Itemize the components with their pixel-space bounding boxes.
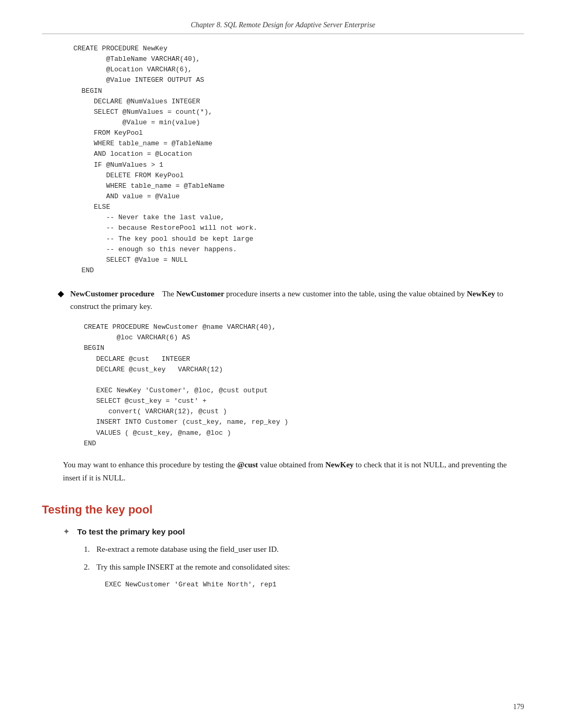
step-2: 2. Try this sample INSERT at the remote … [84, 561, 524, 573]
code-block-exec: EXEC NewCustomer 'Great White North', re… [105, 580, 524, 590]
bullet-1-bold-2: NewCustomer [176, 290, 224, 298]
section-heading-testing: Testing the key pool [42, 503, 524, 517]
page-number: 179 [513, 703, 524, 711]
subsection-diamond-icon: ✦ [63, 527, 70, 536]
step-1-text: Re-extract a remote database using the f… [96, 543, 279, 555]
step-1: 1. Re-extract a remote database using th… [84, 543, 524, 555]
bullet-1-bold-3: NewKey [467, 290, 495, 298]
numbered-list: 1. Re-extract a remote database using th… [84, 543, 524, 573]
bullet-section-1: ◆ NewCustomer procedure The NewCustomer … [58, 287, 524, 313]
bullet-diamond-icon: ◆ [58, 288, 64, 298]
step-2-num: 2. [84, 561, 96, 573]
bullet-1-bold-1: NewCustomer procedure [70, 290, 154, 298]
cust-bold: @cust [237, 461, 258, 469]
newkey-bold: NewKey [325, 461, 354, 469]
page-header: Chapter 8. SQL Remote Design for Adaptiv… [42, 21, 524, 34]
bullet-item-1: ◆ NewCustomer procedure The NewCustomer … [58, 287, 524, 313]
header-text: Chapter 8. SQL Remote Design for Adaptiv… [191, 21, 375, 29]
code-block-newcustomer: CREATE PROCEDURE NewCustomer @name VARCH… [84, 322, 524, 449]
subsection-heading-text: To test the primary key pool [77, 527, 185, 536]
step-1-num: 1. [84, 543, 96, 555]
code-block-newkey: CREATE PROCEDURE NewKey @TableName VARCH… [73, 44, 524, 276]
bullet-1-text: NewCustomer procedure The NewCustomer pr… [70, 287, 524, 313]
step-2-text: Try this sample INSERT at the remote and… [96, 561, 290, 573]
subsection-heading: ✦ To test the primary key pool [63, 527, 524, 537]
page: Chapter 8. SQL Remote Design for Adaptiv… [0, 0, 566, 728]
paragraph-1: You may want to enhance this procedure b… [63, 458, 524, 485]
